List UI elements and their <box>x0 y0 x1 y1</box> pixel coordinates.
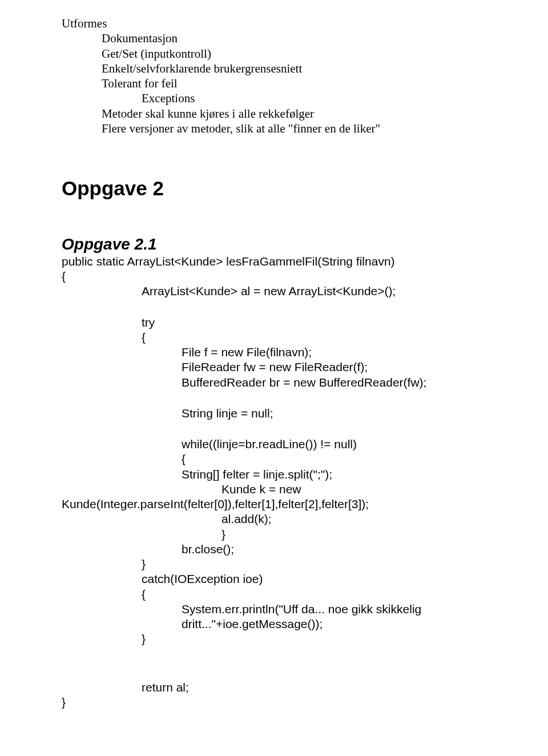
code-line: FileReader fw = new FileReader(f); <box>62 360 491 375</box>
code-line: while((linje=br.readLine()) != null) <box>62 437 491 452</box>
code-line: catch(IOException ioe) <box>62 572 491 586</box>
heading-oppgave-2: Oppgave 2 <box>62 176 491 201</box>
code-line: } <box>62 557 491 572</box>
code-line: try <box>62 315 491 330</box>
code-line: { <box>62 330 491 345</box>
code-line: File f = new File(filnavn); <box>62 345 491 360</box>
para-line: Utformes <box>62 16 491 31</box>
code-line: { <box>62 587 491 602</box>
spacer <box>62 299 491 315</box>
code-line: public static ArrayList<Kunde> lesFraGam… <box>62 254 491 269</box>
para-line: Tolerant for feil <box>62 76 491 91</box>
code-line: } <box>62 632 491 646</box>
code-line: ArrayList<Kunde> al = new ArrayList<Kund… <box>62 284 491 299</box>
code-line: return al; <box>62 680 491 695</box>
code-line: String linje = null; <box>62 406 491 421</box>
spacer <box>62 136 491 176</box>
document-page: Utformes Dokumentasjon Get/Set (inputkon… <box>0 0 548 744</box>
code-line: BufferedReader br = new BufferedReader(f… <box>62 375 491 390</box>
spacer <box>62 390 491 406</box>
code-line: { <box>62 269 491 284</box>
code-line: { <box>62 452 491 467</box>
code-line: } <box>62 695 491 710</box>
para-line: Exceptions <box>62 91 491 106</box>
code-line: System.err.println("Uff da... noe gikk s… <box>62 602 491 632</box>
code-line: br.close(); <box>62 542 491 557</box>
code-line: Kunde(Integer.parseInt(felter[0]),felter… <box>62 497 491 512</box>
code-line: Kunde k = new <box>62 482 491 497</box>
para-line: Metoder skal kunne kjøres i alle rekkefø… <box>62 106 491 121</box>
para-line: Dokumentasjon <box>62 31 491 46</box>
code-line: } <box>62 527 491 542</box>
spacer <box>62 647 491 680</box>
code-line: al.add(k); <box>62 512 491 526</box>
para-line: Enkelt/selvforklarende brukergrensesniet… <box>62 61 491 76</box>
spacer <box>62 421 491 437</box>
para-line: Flere versjoner av metoder, slik at alle… <box>62 121 491 136</box>
heading-oppgave-2-1: Oppgave 2.1 <box>62 234 491 254</box>
spacer <box>62 201 491 234</box>
para-line: Get/Set (inputkontroll) <box>62 46 491 61</box>
code-line: String[] felter = linje.split(";"); <box>62 467 491 482</box>
